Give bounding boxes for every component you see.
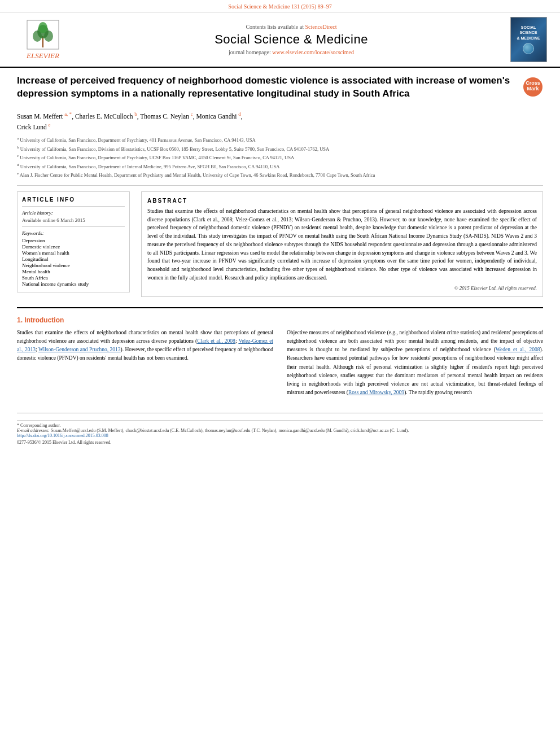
elsevier-logo-section: ELSEVIER — [9, 19, 77, 60]
ref-wilson[interactable]: Wilson-Genderson and Pruchno, 2013 — [38, 347, 121, 352]
available-date: Available online 6 March 2015 — [22, 217, 125, 223]
svg-text:Cross: Cross — [526, 80, 540, 86]
ref-ross[interactable]: Ross and Mirowsky, 2009 — [348, 390, 404, 395]
contents-line: Contents lists available at ScienceDirec… — [82, 24, 500, 30]
journal-title: Social Science & Medicine — [82, 32, 500, 47]
footer-left: * Corresponding author. E-mail addresses… — [17, 417, 543, 447]
issn-line: 0277-9536/© 2015 Elsevier Ltd. All right… — [17, 440, 543, 445]
crossmark-badge-icon[interactable]: Cross Mark — [523, 77, 543, 97]
journal-header: ELSEVIER Contents lists available at Sci… — [0, 12, 560, 68]
author-3: Thomas C. Neylan c — [140, 113, 193, 120]
affiliation-a: a University of California, San Francisc… — [17, 136, 543, 144]
keyword-4: Longitudinal — [22, 256, 125, 262]
elsevier-text: ELSEVIER — [27, 51, 59, 60]
email-addresses: Susan.Meffert@ucsf.edu (S.M. Meffert), c… — [51, 428, 409, 433]
affiliation-e: e Alan J. Fischer Centre for Public Ment… — [17, 171, 543, 179]
homepage-label: journal homepage: — [229, 49, 271, 55]
article-info-title: ARTICLE INFO — [22, 196, 125, 203]
keyword-7: South Africa — [22, 275, 125, 281]
history-label: Article history: — [22, 210, 125, 216]
affiliation-b: b University of California, San Francisc… — [17, 145, 543, 153]
divider2 — [22, 226, 125, 227]
article-title: Increase of perceived frequency of neigh… — [17, 75, 517, 101]
article-info-column: ARTICLE INFO Article history: Available … — [17, 191, 130, 298]
abstract-title: ABSTRACT — [147, 198, 537, 204]
journal-cover-image: SOCIAL SCIENCE & MEDICINE — [510, 17, 547, 62]
abstract-text: Studies that examine the effects of neig… — [147, 207, 537, 282]
section-title: 1. Introduction — [17, 316, 543, 324]
introduction-section: 1. Introduction Studies that examine the… — [17, 307, 543, 447]
keyword-5: Neighborhood violence — [22, 263, 125, 268]
svg-text:Mark: Mark — [527, 86, 539, 91]
info-abstract-section: ARTICLE INFO Article history: Available … — [17, 191, 543, 298]
corresp-label: * Corresponding author. — [17, 423, 543, 428]
intro-para2: Objective measures of neighborhood viole… — [287, 329, 543, 397]
journal-header-center: Contents lists available at ScienceDirec… — [82, 24, 500, 55]
intro-col-right: Objective measures of neighborhood viole… — [287, 329, 543, 402]
cover-globe-icon — [523, 43, 534, 54]
divider — [22, 206, 125, 207]
keyword-8: National income dynamics study — [22, 281, 125, 287]
homepage-line: journal homepage: www.elsevier.com/locat… — [82, 49, 500, 55]
keyword-2: Domestic violence — [22, 244, 125, 250]
authors-line: Susan M. Meffert a, *, Charles E. McCull… — [17, 111, 543, 132]
article-title-section: Increase of perceived frequency of neigh… — [17, 75, 543, 105]
elsevier-logo: ELSEVIER — [26, 19, 60, 60]
cover-text: SOCIAL SCIENCE & MEDICINE — [517, 25, 540, 40]
keyword-1: Depression — [22, 238, 125, 243]
email-line: E-mail addresses: Susan.Meffert@ucsf.edu… — [17, 428, 543, 433]
sciencedirect-link[interactable]: ScienceDirect — [305, 24, 336, 30]
affiliation-c: c University of California, San Francisc… — [17, 153, 543, 161]
homepage-url[interactable]: www.elsevier.com/locate/socscimed — [272, 49, 354, 55]
affiliation-d: d University of California, San Francisc… — [17, 162, 543, 171]
author-2: Charles E. McCulloch b — [75, 113, 137, 120]
ref-weden[interactable]: Weden et al., 2008 — [496, 347, 540, 352]
page: Social Science & Medicine 131 (2015) 89–… — [0, 0, 560, 747]
journal-reference-bar: Social Science & Medicine 131 (2015) 89–… — [0, 0, 560, 12]
intro-para1: Studies that examine the effects of neig… — [17, 329, 273, 363]
author-5: Crick Lund e — [17, 124, 51, 130]
doi-line: http://dx.doi.org/10.1016/j.socscimed.20… — [17, 433, 543, 438]
corresp-note: * Corresponding author. E-mail addresses… — [17, 420, 543, 433]
article-footer: * Corresponding author. E-mail addresses… — [17, 413, 543, 447]
intro-col-left: Studies that examine the effects of neig… — [17, 329, 273, 402]
email-label: E-mail addresses: — [17, 428, 50, 433]
keyword-6: Mental health — [22, 269, 125, 274]
abstract-box: ABSTRACT Studies that examine the effect… — [141, 191, 543, 297]
contents-label: Contents lists available at — [246, 24, 303, 30]
affiliations-section: a University of California, San Francisc… — [17, 136, 543, 186]
keywords-label: Keywords: — [22, 230, 125, 236]
abstract-column: ABSTRACT Studies that examine the effect… — [141, 191, 543, 298]
doi-link[interactable]: http://dx.doi.org/10.1016/j.socscimed.20… — [17, 433, 108, 438]
ref-clark[interactable]: Clark et al., 2008 — [197, 338, 235, 344]
author-1: Susan M. Meffert a, * — [17, 113, 72, 120]
article-content: Increase of perceived frequency of neigh… — [0, 68, 560, 458]
elsevier-tree-icon — [26, 19, 60, 50]
svg-point-5 — [38, 22, 47, 33]
footer-two-col: * Corresponding author. E-mail addresses… — [17, 417, 543, 447]
article-info-box: ARTICLE INFO Article history: Available … — [17, 191, 130, 292]
journal-cover-section: SOCIAL SCIENCE & MEDICINE — [506, 17, 551, 62]
author-4: Monica Gandhi d — [196, 113, 241, 120]
keyword-3: Women's mental health — [22, 250, 125, 256]
journal-ref-text: Social Science & Medicine 131 (2015) 89–… — [228, 3, 331, 10]
intro-two-col: Studies that examine the effects of neig… — [17, 329, 543, 402]
abstract-copyright: © 2015 Elsevier Ltd. All rights reserved… — [147, 285, 537, 291]
